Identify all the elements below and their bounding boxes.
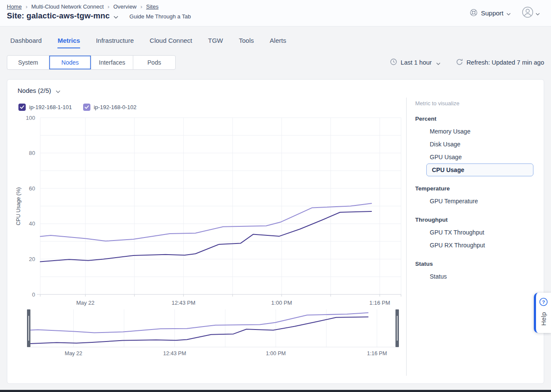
tab-alerts[interactable]: Alerts <box>270 37 286 48</box>
svg-text:May 22: May 22 <box>76 300 95 306</box>
tab-metrics[interactable]: Metrics <box>57 37 80 48</box>
chevron-down-icon <box>536 9 540 17</box>
refresh-icon <box>456 58 463 67</box>
question-circle-icon: ? <box>539 297 548 308</box>
tab-cloud-connect[interactable]: Cloud Connect <box>150 37 192 48</box>
metric-group-temperature: TemperatureGPU Temperature <box>415 185 534 208</box>
page-root: Home›Multi-Cloud Network Connect›Overvie… <box>0 0 551 392</box>
metric-sidebar-title: Metric to visualize <box>415 100 534 107</box>
guide-me-link[interactable]: Guide Me Through a Tab <box>129 13 191 20</box>
svg-text:60: 60 <box>29 185 35 192</box>
lifebuoy-icon <box>470 9 478 18</box>
svg-text:1:16 PM: 1:16 PM <box>367 350 387 356</box>
help-button[interactable]: ? Help <box>534 293 551 333</box>
legend-checkbox-ip-192-168-1-101[interactable]: ip-192-168-1-101 <box>18 104 72 111</box>
breadcrumb-item-home[interactable]: Home <box>7 3 22 10</box>
site-dropdown-chevron-icon[interactable] <box>114 13 118 21</box>
brush-handle-right[interactable] <box>395 309 399 347</box>
svg-text:?: ? <box>542 300 545 305</box>
check-icon <box>83 104 90 111</box>
metric-group-label: Status <box>415 261 534 267</box>
chevron-down-icon[interactable] <box>56 87 60 95</box>
chevron-down-icon <box>436 59 440 66</box>
legend-checkbox-ip-192-168-0-102[interactable]: ip-192-168-0-102 <box>83 104 137 111</box>
main-tab-bar: DashboardMetricsInfrastructureCloud Conn… <box>0 27 551 48</box>
time-range-label: Last 1 hour <box>401 59 432 66</box>
chevron-down-icon <box>506 9 511 17</box>
clock-icon <box>390 58 397 67</box>
metric-option-gpu-rx-throughput[interactable]: GPU RX Throughput <box>430 239 534 252</box>
breadcrumb-item-sites[interactable]: Sites <box>146 3 159 10</box>
panel-title: Nodes (2/5) <box>18 87 51 94</box>
account-menu[interactable] <box>522 6 540 20</box>
metric-option-cpu-usage[interactable]: CPU Usage <box>426 163 533 176</box>
subtab-system[interactable]: System <box>7 56 49 69</box>
metrics-subtab-bar: SystemNodesInterfacesPods <box>7 55 176 70</box>
refresh-button[interactable]: Refresh: Updated 7 min ago <box>456 58 544 67</box>
svg-text:20: 20 <box>29 256 35 262</box>
svg-text:100: 100 <box>26 115 35 121</box>
window-bottom-edge <box>0 390 551 392</box>
breadcrumb-separator: › <box>141 3 142 10</box>
metric-group-label: Throughput <box>415 217 534 223</box>
metric-option-status[interactable]: Status <box>430 270 534 283</box>
svg-text:80: 80 <box>29 150 35 156</box>
metric-option-gpu-tx-throughput[interactable]: GPU TX Throughput <box>430 226 534 239</box>
series-legend: ip-192-168-1-101ip-192-168-0-102 <box>18 104 136 111</box>
tab-dashboard[interactable]: Dashboard <box>10 37 42 48</box>
svg-text:May 22: May 22 <box>65 350 82 356</box>
breadcrumb-item-overview: Overview <box>113 3 136 10</box>
page-title: Site: galactic-aws-tgw-mnc <box>7 11 110 21</box>
metric-option-gpu-temperature[interactable]: GPU Temperature <box>430 195 534 208</box>
help-label: Help <box>540 312 547 326</box>
breadcrumb-item-multi-cloud-network-connect: Multi-Cloud Network Connect <box>31 3 104 10</box>
avatar-icon <box>522 6 533 20</box>
refresh-label: Refresh: Updated 7 min ago <box>467 59 544 66</box>
legend-label: ip-192-168-1-101 <box>29 104 72 110</box>
legend-label: ip-192-168-0-102 <box>94 104 137 110</box>
metric-group-label: Percent <box>415 116 534 122</box>
svg-text:12:43 PM: 12:43 PM <box>171 300 195 306</box>
subtab-nodes[interactable]: Nodes <box>49 56 91 69</box>
svg-text:0: 0 <box>32 291 35 298</box>
breadcrumb-separator: › <box>26 3 27 10</box>
subtab-pods[interactable]: Pods <box>133 56 175 69</box>
brush-handle-left[interactable] <box>27 309 30 347</box>
svg-text:CPU Usage (%): CPU Usage (%) <box>15 187 21 226</box>
svg-text:40: 40 <box>29 220 35 227</box>
metric-group-status: StatusStatus <box>415 261 534 283</box>
svg-text:1:00 PM: 1:00 PM <box>266 350 286 356</box>
metric-option-disk-usage[interactable]: Disk Usage <box>430 138 534 151</box>
nodes-panel: Nodes (2/5) ip-192-168-1-101ip-192-168-0… <box>7 79 544 384</box>
controls-row: SystemNodesInterfacesPods Last 1 hour <box>7 55 544 70</box>
metric-group-throughput: ThroughputGPU TX ThroughputGPU RX Throug… <box>415 217 534 252</box>
time-range-selector[interactable]: Last 1 hour <box>390 58 440 67</box>
metric-option-memory-usage[interactable]: Memory Usage <box>430 125 534 138</box>
subtab-interfaces[interactable]: Interfaces <box>91 56 133 69</box>
metric-group-percent: PercentMemory UsageDisk UsageGPU UsageCP… <box>415 116 534 176</box>
breadcrumb: Home›Multi-Cloud Network Connect›Overvie… <box>7 3 191 10</box>
tab-infrastructure[interactable]: Infrastructure <box>96 37 134 48</box>
check-icon <box>18 104 26 111</box>
support-label: Support <box>481 9 503 17</box>
metric-group-label: Temperature <box>415 185 534 192</box>
svg-text:12:43 PM: 12:43 PM <box>163 350 186 356</box>
cpu-usage-chart[interactable]: 020406080100CPU Usage (%)May 2212:43 PM1… <box>7 111 406 365</box>
breadcrumb-separator: › <box>108 3 109 10</box>
svg-text:1:16 PM: 1:16 PM <box>369 300 390 306</box>
metric-option-gpu-usage[interactable]: GPU Usage <box>430 151 534 163</box>
app-header: Home›Multi-Cloud Network Connect›Overvie… <box>0 0 551 27</box>
metric-sidebar: Metric to visualize PercentMemory UsageD… <box>407 97 544 383</box>
tab-tgw[interactable]: TGW <box>208 37 223 48</box>
svg-text:1:00 PM: 1:00 PM <box>271 300 292 306</box>
tab-tools[interactable]: Tools <box>239 37 254 48</box>
support-menu[interactable]: Support <box>470 9 511 18</box>
